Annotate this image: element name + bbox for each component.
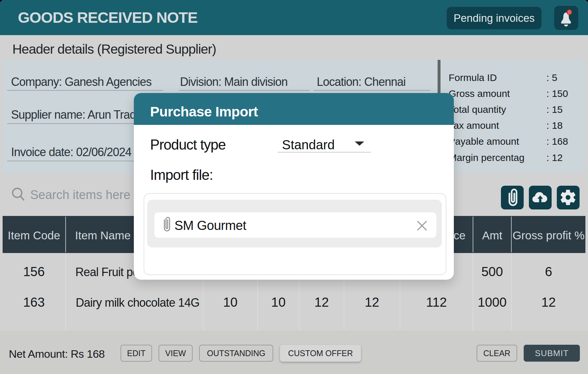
svg-text:0: 0: [568, 10, 570, 15]
